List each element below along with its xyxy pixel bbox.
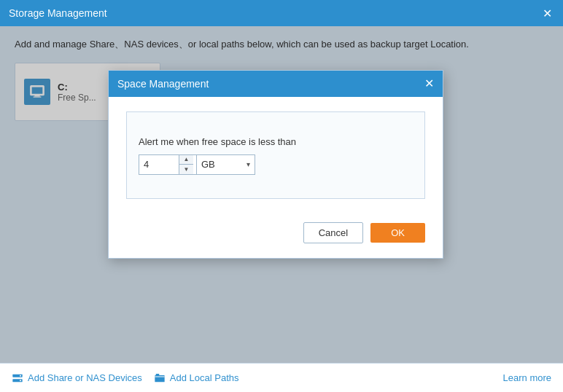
dialog-titlebar: Space Management ✕	[109, 71, 443, 97]
main-footer: Add Share or NAS Devices Add Local Paths…	[0, 363, 563, 392]
main-titlebar: Storage Management ✕	[0, 0, 563, 26]
spinner-down-button[interactable]: ▼	[179, 165, 193, 174]
learn-more-link[interactable]: Learn more	[503, 372, 551, 383]
svg-point-8	[20, 380, 21, 381]
unit-select[interactable]: MB GB TB	[201, 159, 246, 170]
main-content: Add and manage Share、NAS devices、or loca…	[0, 26, 563, 363]
main-close-button[interactable]: ✕	[540, 6, 554, 20]
svg-point-7	[20, 375, 21, 376]
dialog-body: Alert me when free space is less than ▲ …	[109, 97, 443, 213]
space-value-input[interactable]	[139, 155, 179, 174]
local-icon	[154, 372, 166, 384]
spinners: ▲ ▼	[179, 155, 193, 174]
alert-label: Alert me when free space is less than	[139, 136, 413, 147]
nas-icon	[12, 372, 23, 384]
svg-rect-9	[155, 375, 164, 382]
ok-button[interactable]: OK	[370, 223, 425, 243]
main-window-title: Storage Management	[9, 7, 107, 19]
footer-left: Add Share or NAS Devices Add Local Paths	[12, 372, 238, 384]
dialog-footer: Cancel OK	[109, 213, 443, 258]
dialog-title: Space Management	[117, 78, 209, 90]
add-local-label: Add Local Paths	[170, 372, 239, 383]
cancel-button[interactable]: Cancel	[303, 222, 363, 243]
main-window: Storage Management ✕ Add and manage Shar…	[0, 0, 563, 392]
add-share-label: Add Share or NAS Devices	[28, 372, 142, 383]
dialog-inner-box: Alert me when free space is less than ▲ …	[126, 111, 425, 199]
svg-rect-10	[155, 374, 159, 376]
space-management-dialog: Space Management ✕ Alert me when free sp…	[108, 70, 443, 259]
dialog-close-button[interactable]: ✕	[424, 78, 434, 90]
input-row: ▲ ▼ MB GB TB ▾	[139, 154, 413, 175]
number-input-wrapper: ▲ ▼	[139, 154, 197, 175]
chevron-down-icon: ▾	[246, 160, 250, 168]
add-share-link[interactable]: Add Share or NAS Devices	[12, 372, 142, 384]
add-local-link[interactable]: Add Local Paths	[154, 372, 239, 384]
unit-select-wrapper: MB GB TB ▾	[197, 154, 255, 175]
spinner-up-button[interactable]: ▲	[179, 155, 193, 165]
